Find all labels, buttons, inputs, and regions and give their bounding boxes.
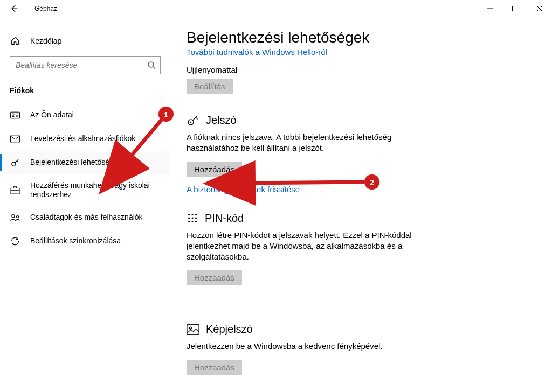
content-area: Kezdőlap Fiókok Az Ön adatai Levelezési … [0,17,552,392]
key-icon [10,157,20,168]
svg-rect-6 [11,188,19,194]
sidebar-item-label: Beállítások szinkronizálása [30,236,127,246]
people-icon [10,212,20,223]
titlebar: Gépház [0,0,552,17]
svg-point-14 [188,218,190,219]
search-input[interactable] [16,61,147,69]
sidebar-item-work-access[interactable]: Hozzáférés munkahelyi vagy iskolai rends… [0,174,170,206]
main-panel: Bejelentkezési lehetőségek További tudni… [170,17,552,392]
pin-add-button: Hozzáadás [187,270,242,285]
svg-point-19 [195,221,197,222]
person-card-icon [10,110,20,121]
password-desc: A fióknak nincs jelszava. A többi bejele… [187,132,418,154]
sidebar-item-label: Az Ön adatai [30,110,80,120]
svg-point-5 [12,162,16,166]
close-icon [537,6,542,11]
svg-point-18 [192,221,194,222]
security-questions-link[interactable]: A biztonsági kérdések frissítése [187,185,536,194]
sidebar-item-your-info[interactable]: Az Ön adatai [0,103,170,127]
svg-point-12 [192,214,194,215]
sidebar-item-label: Levelezési és alkalmazásfiókok [30,134,142,144]
sidebar-home-label: Kezdőlap [30,37,61,45]
search-icon [147,61,156,69]
pin-desc: Hozzon létre PIN-kódot a jelszavak helye… [187,230,418,263]
page-title: Bejelentkezési lehetőségek [187,29,536,46]
svg-point-17 [188,221,190,222]
svg-rect-0 [513,6,518,11]
app-title: Gépház [23,5,57,12]
sidebar-item-sync[interactable]: Beállítások szinkronizálása [0,229,170,253]
svg-point-1 [148,62,154,67]
briefcase-icon [10,185,20,195]
arrow-left-icon [10,4,18,13]
picture-icon [187,324,199,335]
picture-title: Képjelszó [206,323,253,335]
section-password: Jelszó A fióknak nincs jelszava. A többi… [187,114,536,194]
section-picture-password: Képjelszó Jelentkezzen be a Windowsba a … [187,323,536,392]
sidebar-item-label: Családtagok és más felhasználók [30,213,149,222]
picture-desc: Jelentkezzen be a Windowsba a kedvenc fé… [187,341,418,352]
windows-hello-link[interactable]: További tudnivalók a Windows Hello-ról [187,47,536,57]
maximize-button[interactable] [502,0,527,17]
maximize-icon [512,6,518,11]
svg-rect-20 [187,325,199,334]
key-icon [187,114,199,127]
picture-add-button: Hozzáadás [187,360,242,375]
password-add-button[interactable]: Hozzáadás [187,162,242,177]
svg-point-3 [12,114,15,116]
sidebar-item-family[interactable]: Családtagok és más felhasználók [0,206,170,229]
password-title: Jelszó [206,114,237,127]
window-controls [478,0,552,17]
fingerprint-label: Ujjlenyomattal [187,65,536,74]
sidebar-item-email-accounts[interactable]: Levelezési és alkalmazásfiókok [0,127,170,151]
svg-point-11 [188,214,190,215]
svg-point-21 [189,327,191,329]
mail-icon [10,134,20,144]
sidebar-item-label: Hozzáférés munkahelyi vagy iskolai rends… [30,181,170,200]
keypad-icon [187,212,198,224]
search-box[interactable] [10,56,161,74]
sidebar-item-label: Bejelentkezési lehetőségek [30,158,128,167]
back-button[interactable] [5,0,23,17]
minimize-icon [487,6,493,11]
pin-title: PIN-kód [205,212,244,225]
svg-point-10 [190,122,192,123]
svg-point-8 [17,215,19,218]
sync-icon [10,236,20,247]
svg-point-7 [12,215,15,218]
svg-point-15 [192,218,194,219]
home-icon [10,36,20,46]
sidebar-item-signin-options[interactable]: Bejelentkezési lehetőségek [0,151,170,174]
section-pin: PIN-kód Hozzon létre PIN-kódot a jelszav… [187,212,536,305]
fingerprint-setup-button: Beállítás [187,79,233,94]
svg-point-16 [195,218,197,219]
sidebar-home[interactable]: Kezdőlap [0,30,170,52]
sidebar: Kezdőlap Fiókok Az Ön adatai Levelezési … [0,17,170,392]
close-button[interactable] [527,0,552,17]
minimize-button[interactable] [478,0,502,17]
sidebar-section-header: Fiókok [0,86,170,95]
svg-point-13 [195,214,197,215]
